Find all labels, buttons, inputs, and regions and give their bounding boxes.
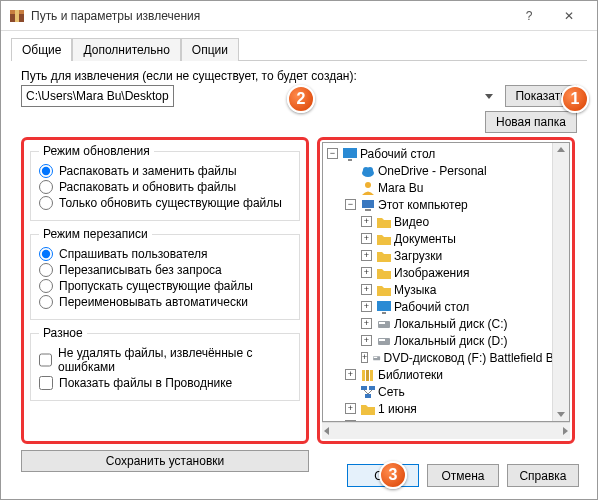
vertical-scrollbar[interactable] (552, 143, 569, 421)
svg-rect-23 (369, 386, 375, 390)
tree-node[interactable]: +Изображения (325, 264, 567, 281)
svg-rect-4 (348, 159, 352, 161)
misc-legend: Разное (39, 326, 87, 340)
options-panel: Режим обновления Распаковать и заменить … (21, 137, 309, 444)
misc-opt1[interactable]: Не удалять файлы, извлечённые с ошибками (39, 346, 291, 374)
cancel-button[interactable]: Отмена (427, 464, 499, 487)
horizontal-scrollbar[interactable] (322, 422, 570, 439)
misc-group: Разное Не удалять файлы, извлечённые с о… (30, 326, 300, 401)
update-mode-group: Режим обновления Распаковать и заменить … (30, 144, 300, 221)
svg-point-8 (365, 182, 371, 188)
overwrite-opt1[interactable]: Спрашивать пользователя (39, 247, 291, 261)
tree-node[interactable]: +1 июня (325, 400, 567, 417)
tree-node[interactable]: +Библиотеки (325, 366, 567, 383)
svg-rect-21 (370, 370, 373, 381)
overwrite-opt3[interactable]: Пропускать существующие файлы (39, 279, 291, 293)
tab-advanced[interactable]: Дополнительно (72, 38, 180, 61)
folder-tree-panel: −Рабочий столOneDrive - PersonalMara Bu−… (317, 137, 575, 444)
misc-opt2[interactable]: Показать файлы в Проводнике (39, 376, 291, 390)
svg-point-7 (367, 167, 373, 173)
tab-panel: Путь для извлечения (если не существует,… (11, 60, 587, 486)
tree-node[interactable]: OneDrive - Personal (325, 162, 567, 179)
update-opt1[interactable]: Распаковать и заменить файлы (39, 164, 291, 178)
svg-rect-10 (365, 209, 371, 211)
folder-tree[interactable]: −Рабочий столOneDrive - PersonalMara Bu−… (322, 142, 570, 422)
svg-rect-19 (362, 370, 365, 381)
close-button[interactable]: ✕ (549, 2, 589, 30)
svg-rect-18 (374, 356, 377, 357)
tree-node[interactable]: Сеть (325, 383, 567, 400)
badge-2: 2 (287, 85, 315, 113)
svg-rect-3 (343, 148, 357, 158)
svg-rect-14 (379, 322, 385, 324)
svg-rect-11 (377, 301, 391, 311)
help-button[interactable]: ? (509, 2, 549, 30)
tree-node[interactable]: +Документы (325, 230, 567, 247)
svg-rect-16 (379, 339, 385, 341)
svg-rect-24 (365, 394, 371, 398)
app-icon (9, 8, 25, 24)
tree-node[interactable]: +Видео (325, 213, 567, 230)
path-input[interactable]: C:\Users\Mara Bu\Desktop (21, 85, 174, 107)
help-bottom-button[interactable]: Справка (507, 464, 579, 487)
badge-1: 1 (561, 85, 589, 113)
tree-root[interactable]: −Рабочий стол (325, 145, 567, 162)
svg-rect-9 (362, 200, 374, 208)
tree-node[interactable]: +Локальный диск (C:) (325, 315, 567, 332)
svg-rect-2 (15, 10, 19, 22)
path-label: Путь для извлечения (если не существует,… (11, 69, 587, 83)
svg-rect-20 (366, 370, 369, 381)
overwrite-mode-group: Режим перезаписи Спрашивать пользователя… (30, 227, 300, 320)
update-mode-legend: Режим обновления (39, 144, 154, 158)
update-opt2[interactable]: Распаковать и обновить файлы (39, 180, 291, 194)
badge-3: 3 (379, 461, 407, 489)
tree-node[interactable]: −Этот компьютер (325, 196, 567, 213)
save-settings-button[interactable]: Сохранить установки (21, 450, 309, 472)
window-title: Путь и параметры извлечения (31, 9, 509, 23)
tree-node[interactable]: +Музыка (325, 281, 567, 298)
titlebar: Путь и параметры извлечения ? ✕ (1, 1, 597, 31)
tab-options[interactable]: Опции (181, 38, 239, 61)
tree-node[interactable]: Mara Bu (325, 179, 567, 196)
tabs: Общие Дополнительно Опции (1, 31, 597, 60)
tree-node[interactable]: +Загрузки (325, 247, 567, 264)
new-folder-button[interactable]: Новая папка (485, 111, 577, 133)
tree-node[interactable]: +DVD-дисковод (F:) Battlefield Bad (325, 349, 567, 366)
tree-node[interactable]: +lumpics (325, 417, 567, 422)
tree-node[interactable]: +Рабочий стол (325, 298, 567, 315)
overwrite-opt2[interactable]: Перезаписывать без запроса (39, 263, 291, 277)
update-opt3[interactable]: Только обновить существующие файлы (39, 196, 291, 210)
tab-general[interactable]: Общие (11, 38, 72, 61)
svg-rect-22 (361, 386, 367, 390)
overwrite-opt4[interactable]: Переименовывать автоматически (39, 295, 291, 309)
overwrite-mode-legend: Режим перезаписи (39, 227, 152, 241)
svg-rect-12 (382, 312, 386, 314)
tree-node[interactable]: +Локальный диск (D:) (325, 332, 567, 349)
